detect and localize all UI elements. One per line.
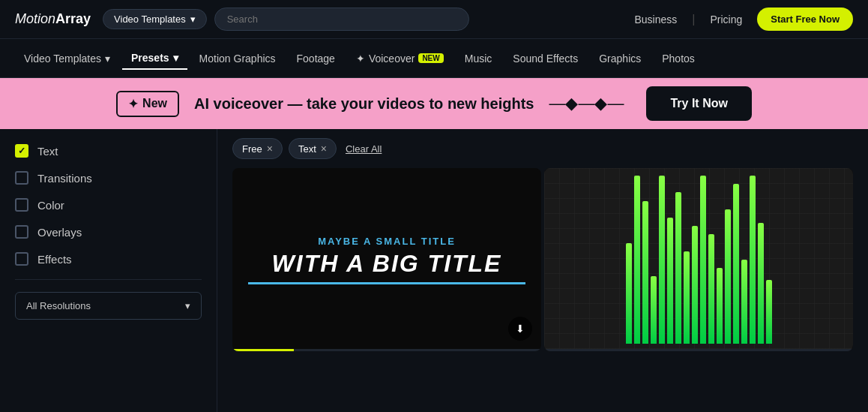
filter-effects[interactable]: Effects	[15, 252, 202, 266]
bar-16	[750, 176, 756, 344]
checkbox-text[interactable]	[15, 144, 28, 158]
waveform-icon: —◆—◆—	[549, 94, 624, 113]
remove-text-filter-icon[interactable]: ×	[321, 143, 327, 155]
logo-italic: Motion	[15, 11, 55, 26]
card-big-title: WITH A BIG TITLE	[272, 250, 502, 278]
try-it-now-button[interactable]: Try It Now	[646, 86, 751, 121]
start-free-button[interactable]: Start Free Now	[757, 8, 853, 31]
download-button-1[interactable]: ⬇	[508, 317, 532, 341]
nav-item-footage[interactable]: Footage	[288, 48, 344, 69]
voiceover-prefix-icon: ✦	[356, 53, 365, 65]
filter-tag-text-label: Text	[298, 143, 316, 155]
filter-transitions[interactable]: Transitions	[15, 171, 202, 185]
video-card-2[interactable]	[544, 168, 853, 351]
logo: MotionArray	[15, 11, 91, 27]
filter-overlays[interactable]: Overlays	[15, 225, 202, 239]
bar-17	[758, 223, 764, 344]
title-card-background: MAYBE A SMALL TITLE WITH A BIG TITLE	[232, 168, 541, 351]
sidebar: Text Transitions Color Overlays Effects …	[0, 129, 217, 412]
nav-label-presets: Presets	[131, 52, 169, 64]
video-card-1[interactable]: MAYBE A SMALL TITLE WITH A BIG TITLE ⬇	[232, 168, 541, 351]
nav-label-sound-effects: Sound Effects	[513, 53, 578, 65]
filter-label-color: Color	[37, 199, 64, 212]
main-area: Text Transitions Color Overlays Effects …	[0, 129, 868, 412]
checkbox-overlays[interactable]	[15, 225, 28, 239]
filter-label-overlays: Overlays	[37, 226, 82, 239]
bars-card-background	[544, 168, 853, 351]
chevron-down-icon: ▾	[173, 52, 178, 64]
nav-divider: |	[692, 13, 695, 26]
bar-13	[725, 209, 731, 344]
nav-label-video-templates: Video Templates	[24, 53, 101, 65]
checkbox-effects[interactable]	[15, 252, 28, 266]
nav-item-motion-graphics[interactable]: Motion Graphics	[190, 48, 285, 69]
chevron-down-icon: ▾	[105, 53, 110, 65]
filter-tag-free[interactable]: Free ×	[232, 138, 283, 159]
nav-label-motion-graphics: Motion Graphics	[199, 53, 276, 65]
template-dropdown[interactable]: Video Templates ▾	[103, 9, 207, 29]
sidebar-divider	[15, 279, 202, 280]
nav-label-graphics: Graphics	[599, 53, 641, 65]
search-input[interactable]	[214, 8, 469, 31]
filter-label-effects: Effects	[37, 253, 72, 266]
bar-12	[717, 268, 723, 344]
card-progress-bar-1	[232, 349, 541, 351]
banner-message: AI voiceover — take your videos to new h…	[194, 95, 534, 113]
nav-label-music: Music	[465, 53, 492, 65]
grid-overlay	[544, 168, 853, 351]
banner-new-badge: ✦ New	[116, 91, 179, 117]
chevron-down-icon: ▾	[190, 14, 196, 25]
nav-item-voiceover[interactable]: ✦ Voiceover NEW	[347, 48, 453, 69]
video-card-2-preview	[544, 168, 853, 351]
checkbox-color[interactable]	[15, 198, 28, 212]
bar-14	[733, 184, 739, 344]
clear-all-button[interactable]: Clear All	[346, 143, 382, 155]
banner-new-label: New	[142, 97, 167, 110]
sparkle-icon: ✦	[128, 97, 138, 111]
bar-1	[626, 243, 632, 344]
bar-11	[708, 234, 714, 344]
bar-7	[675, 192, 681, 344]
filter-tag-free-label: Free	[242, 143, 262, 155]
template-dropdown-label: Video Templates	[114, 14, 186, 25]
resolution-dropdown[interactable]: All Resolutions ▾	[15, 292, 202, 320]
filter-text[interactable]: Text	[15, 144, 202, 158]
nav-item-video-templates[interactable]: Video Templates ▾	[15, 48, 119, 69]
nav-label-voiceover: Voiceover	[369, 53, 415, 65]
bar-6	[667, 218, 673, 344]
card-progress-fill-1	[232, 349, 294, 351]
filter-color[interactable]: Color	[15, 198, 202, 212]
nav-item-presets[interactable]: Presets ▾	[122, 47, 187, 70]
nav-item-photos[interactable]: Photos	[653, 48, 704, 69]
content-area: Free × Text × Clear All MAYBE A SMALL TI…	[217, 129, 868, 412]
checkbox-transitions[interactable]	[15, 171, 28, 185]
download-icon: ⬇	[516, 323, 525, 335]
bar-18	[766, 280, 772, 344]
filter-label-text: Text	[37, 145, 58, 158]
nav-item-graphics[interactable]: Graphics	[590, 48, 650, 69]
nav-item-music[interactable]: Music	[456, 48, 501, 69]
bar-4	[651, 276, 657, 344]
nav-label-footage: Footage	[297, 53, 335, 65]
filter-bar: Free × Text × Clear All	[217, 129, 868, 168]
bar-8	[684, 251, 690, 344]
video-grid: MAYBE A SMALL TITLE WITH A BIG TITLE ⬇	[217, 168, 868, 351]
bar-3	[642, 201, 648, 344]
promo-banner: ✦ New AI voiceover — take your videos to…	[0, 78, 868, 129]
remove-free-filter-icon[interactable]: ×	[267, 143, 273, 155]
filter-tag-text[interactable]: Text ×	[289, 138, 337, 159]
bar-5	[659, 176, 665, 344]
top-nav: MotionArray Video Templates ▾ Business |…	[0, 0, 868, 39]
nav-item-sound-effects[interactable]: Sound Effects	[504, 48, 587, 69]
chevron-down-icon: ▾	[185, 300, 190, 311]
top-nav-right: Business | Pricing Start Free Now	[634, 8, 853, 31]
logo-bold: Array	[55, 11, 91, 26]
filter-label-transitions: Transitions	[37, 172, 92, 185]
second-nav: Video Templates ▾ Presets ▾ Motion Graph…	[0, 39, 868, 78]
nav-label-photos: Photos	[662, 53, 695, 65]
card-progress-bar-2	[544, 349, 853, 351]
resolution-label: All Resolutions	[26, 300, 91, 311]
business-link[interactable]: Business	[634, 14, 677, 26]
new-badge: NEW	[418, 53, 443, 63]
pricing-link[interactable]: Pricing	[710, 14, 742, 26]
